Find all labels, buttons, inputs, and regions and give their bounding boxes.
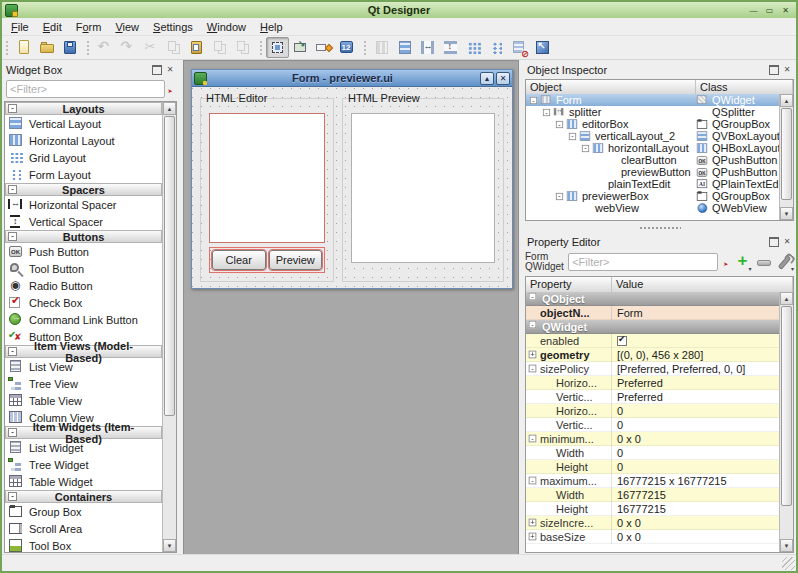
- form-restore-icon[interactable]: ▴: [480, 72, 494, 85]
- expand-icon[interactable]: -: [582, 144, 589, 151]
- widget-item[interactable]: Tree Widget: [5, 456, 162, 473]
- paste-button[interactable]: [185, 37, 208, 58]
- layout-horizontal-button[interactable]: [370, 37, 393, 58]
- toolbar-handle-icon[interactable]: [4, 39, 10, 57]
- object-tree-row[interactable]: plainTextEdit QPlainTextEdit: [526, 178, 779, 190]
- remove-dynamic-property-button[interactable]: [755, 253, 773, 271]
- widget-item[interactable]: Vertical Layout: [5, 115, 162, 132]
- select-all-button[interactable]: [231, 37, 254, 58]
- property-row[interactable]: Width 0: [526, 446, 779, 460]
- property-row[interactable]: - sizePolicy [Preferred, Preferred, 0, 0…: [526, 362, 779, 376]
- edit-buddies-button[interactable]: [312, 37, 335, 58]
- object-tree-row[interactable]: - previewerBox QGroupBox: [526, 190, 779, 202]
- widget-item[interactable]: Tool Button: [5, 260, 162, 277]
- layout-vertical-button[interactable]: [393, 37, 416, 58]
- expand-icon[interactable]: -: [529, 293, 537, 301]
- property-row[interactable]: Width 16777215: [526, 488, 779, 502]
- button-row-layout[interactable]: Clear Preview: [209, 247, 325, 273]
- collapse-icon[interactable]: -: [8, 104, 17, 113]
- object-inspector-columns[interactable]: Object Class: [526, 80, 793, 95]
- configure-property-editor-button[interactable]: ▾: [776, 253, 794, 271]
- edit-tab-order-button[interactable]: [335, 37, 358, 58]
- widget-item[interactable]: Horizontal Spacer: [5, 196, 162, 213]
- web-view[interactable]: [351, 113, 495, 263]
- widget-item[interactable]: Tree View: [5, 375, 162, 392]
- resize-grip[interactable]: [782, 557, 795, 570]
- scroll-thumb[interactable]: [781, 306, 792, 506]
- widget-item[interactable]: Vertical Spacer: [5, 213, 162, 230]
- expand-icon[interactable]: -: [556, 120, 563, 127]
- close-panel-icon[interactable]: ✕: [782, 237, 792, 247]
- object-tree-row[interactable]: - Form QWidget: [526, 94, 779, 106]
- collapse-icon[interactable]: -: [8, 185, 17, 194]
- expand-icon[interactable]: +: [529, 533, 537, 541]
- layout-form-button[interactable]: [485, 37, 508, 58]
- object-tree-row[interactable]: - verticalLayout_2 QVBoxLayout: [526, 130, 779, 142]
- minimize-icon[interactable]: —: [747, 5, 760, 16]
- form-window-titlebar[interactable]: Form - previewer.ui ▴ ✕: [192, 70, 512, 87]
- break-layout-button[interactable]: [508, 37, 531, 58]
- column-value[interactable]: Value: [612, 277, 793, 292]
- float-panel-icon[interactable]: [152, 65, 162, 75]
- expand-icon[interactable]: +: [529, 519, 537, 527]
- float-panel-icon[interactable]: [769, 237, 779, 247]
- widget-item[interactable]: Group Box: [5, 503, 162, 520]
- property-row[interactable]: Vertic... 0: [526, 418, 779, 432]
- new-form-button[interactable]: [12, 37, 35, 58]
- menu-help[interactable]: Help: [253, 19, 290, 35]
- expand-icon[interactable]: -: [529, 477, 537, 485]
- property-row[interactable]: Vertic... Preferred: [526, 390, 779, 404]
- widget-filter-input[interactable]: [6, 80, 165, 98]
- edit-signals-slots-button[interactable]: [289, 37, 312, 58]
- property-row[interactable]: - QWidget: [526, 320, 779, 334]
- open-form-button[interactable]: [35, 37, 58, 58]
- scroll-up-icon[interactable]: ▲: [163, 102, 176, 115]
- property-row[interactable]: Horizo... 0: [526, 404, 779, 418]
- editor-groupbox[interactable]: HTML Editor Clear Preview: [200, 98, 334, 282]
- property-row[interactable]: - minimum... 0 x 0: [526, 432, 779, 446]
- scroll-up-icon[interactable]: ▲: [780, 94, 793, 107]
- property-row[interactable]: Horizo... Preferred: [526, 376, 779, 390]
- property-row[interactable]: - maximum... 16777215 x 16777215: [526, 474, 779, 488]
- widget-item[interactable]: Grid Layout: [5, 149, 162, 166]
- menu-settings[interactable]: Settings: [146, 19, 200, 35]
- menu-window[interactable]: Window: [200, 19, 253, 35]
- copy-button[interactable]: [162, 37, 185, 58]
- expand-icon[interactable]: -: [556, 192, 563, 199]
- close-panel-icon[interactable]: ✕: [165, 65, 175, 75]
- menu-view[interactable]: View: [108, 19, 146, 35]
- widget-category-header[interactable]: - Item Views (Model-Based): [5, 345, 162, 358]
- scroll-thumb[interactable]: [164, 116, 175, 416]
- property-row[interactable]: Height 16777215: [526, 502, 779, 516]
- collapse-icon[interactable]: -: [8, 492, 17, 501]
- object-tree-row[interactable]: previewButton QPushButton: [526, 166, 779, 178]
- column-object[interactable]: Object: [526, 80, 696, 94]
- toolbar-handle-icon[interactable]: [362, 39, 368, 57]
- property-row[interactable]: - QObject: [526, 292, 779, 306]
- property-row[interactable]: + sizeIncre... 0 x 0: [526, 516, 779, 530]
- redo-button[interactable]: [116, 37, 139, 58]
- adjust-size-button[interactable]: [531, 37, 554, 58]
- object-tree-row[interactable]: - horizontalLayout QHBoxLayout: [526, 142, 779, 154]
- scroll-up-icon[interactable]: ▲: [780, 292, 793, 305]
- widget-item[interactable]: Horizontal Layout: [5, 132, 162, 149]
- layout-grid-button[interactable]: [462, 37, 485, 58]
- maximize-icon[interactable]: ▭: [763, 5, 776, 16]
- close-panel-icon[interactable]: ✕: [782, 65, 792, 75]
- widget-category-header[interactable]: - Item Widgets (Item-Based): [5, 426, 162, 439]
- form-editor-window[interactable]: Form - previewer.ui ▴ ✕ HTML Editor Clea…: [191, 69, 513, 289]
- object-inspector-scrollbar[interactable]: ▲ ▼: [779, 94, 793, 220]
- property-editor-columns[interactable]: Property Value: [526, 277, 793, 293]
- preview-button[interactable]: Preview: [269, 250, 323, 270]
- widget-category-header[interactable]: - Buttons: [5, 230, 162, 243]
- property-row[interactable]: + geometry [(0, 0), 456 x 280]: [526, 348, 779, 362]
- property-editor-scrollbar[interactable]: ▲ ▼: [779, 292, 793, 552]
- float-panel-icon[interactable]: [769, 65, 779, 75]
- widget-item[interactable]: Table View: [5, 392, 162, 409]
- widget-item[interactable]: Table Widget: [5, 473, 162, 490]
- expand-icon[interactable]: -: [569, 132, 576, 139]
- scroll-thumb[interactable]: [781, 108, 792, 200]
- property-filter-input[interactable]: [568, 253, 718, 271]
- add-dynamic-property-button[interactable]: +▾: [733, 253, 751, 271]
- enabled-checkbox[interactable]: [617, 336, 627, 346]
